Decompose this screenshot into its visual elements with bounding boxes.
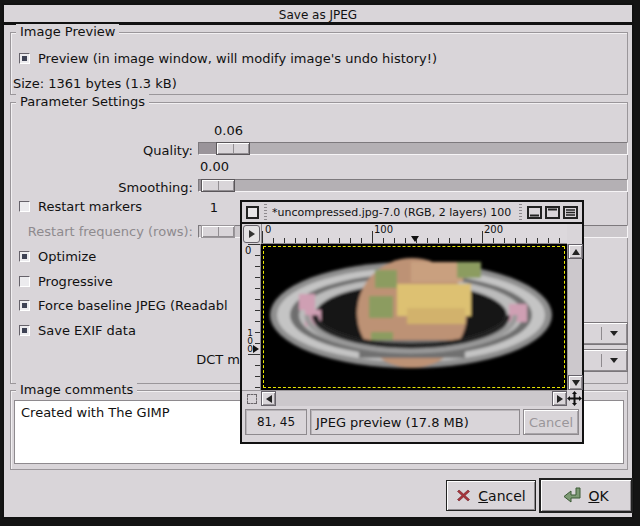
scrollbar-corner-gutter (567, 224, 582, 244)
pan-arrows-icon (567, 391, 582, 406)
cursor-position-marker-icon (253, 345, 259, 353)
window-icon (246, 206, 259, 219)
minimize-icon[interactable] (527, 206, 542, 219)
quality-slider-handle[interactable] (216, 142, 250, 155)
optimize-label[interactable]: Optimize (38, 249, 96, 264)
image-preview-frame-label: Image Preview (16, 24, 119, 39)
quality-value: 0.06 (214, 123, 243, 138)
cursor-position-marker-icon (411, 236, 419, 242)
red-x-icon (456, 488, 471, 503)
chevron-down-icon (610, 331, 618, 336)
titlebar-grip-dots (519, 204, 522, 220)
smoothing-slider[interactable] (198, 179, 628, 192)
cancel-button-label: Cancel (478, 488, 525, 504)
smoothing-label: Smoothing: (11, 180, 193, 195)
quick-mask-toggle[interactable] (242, 390, 261, 406)
vertical-scrollbar-trough[interactable] (568, 259, 582, 375)
restart-frequency-slider-handle (201, 225, 235, 238)
dialog-titlebar[interactable]: Save as JPEG (4, 5, 632, 25)
h-ruler-tick-100: 100 (374, 224, 393, 235)
quality-slider-fill (199, 143, 217, 154)
image-window: *uncompressed.jpg-7.0 (RGB, 2 layers) 10… (240, 200, 584, 444)
scroll-up-button[interactable] (568, 244, 583, 259)
image-preview-frame: Image Preview Preview (in image window, … (10, 32, 628, 95)
save-as-jpeg-dialog: Save as JPEG Image Preview Preview (in i… (2, 3, 634, 519)
image-window-title: *uncompressed.jpg-7.0 (RGB, 2 layers) 10… (272, 206, 514, 219)
force-baseline-row[interactable]: Force baseline JPEG (Readabl (19, 298, 228, 313)
horizontal-scrollbar-trough[interactable] (276, 391, 552, 406)
arrow-left-icon (266, 395, 272, 403)
arrow-down-icon (572, 380, 580, 386)
canvas-image-saturn (261, 244, 567, 390)
chevron-down-icon (610, 358, 618, 363)
maximize-icon[interactable] (545, 206, 560, 219)
preview-checkbox[interactable] (19, 53, 30, 64)
window-menu-icon[interactable] (563, 206, 578, 219)
scroll-down-button[interactable] (568, 375, 583, 390)
dialog-title: Save as JPEG (279, 8, 357, 22)
quality-label: Quality: (11, 143, 193, 158)
progressive-label[interactable]: Progressive (38, 274, 113, 289)
smoothing-value: 0.00 (200, 159, 229, 174)
horizontal-ruler[interactable]: 0 100 200 (261, 224, 567, 244)
scroll-right-button[interactable] (552, 391, 567, 406)
status-message: JPEG preview (17.8 MB) (310, 409, 520, 435)
preview-checkbox-label[interactable]: Preview (in image window, will modify im… (38, 51, 437, 66)
image-window-body: 0 100 200 0 100 (242, 224, 582, 438)
dct-method-label: DCT m (110, 352, 240, 367)
v-ruler-tick-0: 0 (245, 245, 251, 256)
smoothing-slider-handle[interactable] (201, 179, 235, 192)
titlebar-grip-dots (264, 204, 267, 220)
menu-arrow-icon (249, 230, 255, 238)
canvas-menu-button[interactable] (243, 225, 260, 243)
optimize-checkbox[interactable] (19, 251, 30, 262)
quick-mask-icon (247, 394, 257, 404)
preview-cancel-button[interactable]: Cancel (523, 409, 579, 435)
horizontal-scrollbar[interactable] (261, 390, 567, 406)
restart-frequency-label: Restart frequency (rows): (11, 224, 193, 239)
arrow-up-icon (572, 249, 580, 255)
restart-frequency-spinner-value[interactable]: 1 (205, 200, 223, 215)
parameter-settings-frame-label: Parameter Settings (16, 94, 149, 109)
image-canvas[interactable] (261, 244, 567, 390)
restart-markers-label[interactable]: Restart markers (38, 199, 142, 214)
image-window-statusbar: 81, 45 JPEG preview (17.8 MB) Cancel (242, 406, 582, 438)
save-exif-label[interactable]: Save EXIF data (38, 323, 136, 338)
ok-button-label: OK (588, 488, 608, 504)
restart-markers-checkbox[interactable] (19, 201, 30, 212)
progressive-checkbox[interactable] (19, 276, 30, 287)
image-comments-frame-label: Image comments (16, 382, 137, 397)
combo-separator (601, 354, 602, 367)
vertical-scrollbar[interactable] (567, 244, 582, 390)
save-exif-checkbox[interactable] (19, 325, 30, 336)
h-ruler-tick-0: 0 (265, 224, 271, 235)
restart-markers-row[interactable]: Restart markers (19, 199, 142, 214)
ok-button[interactable]: OK (539, 478, 633, 513)
optimize-row[interactable]: Optimize (19, 249, 96, 264)
window-decorations (527, 206, 578, 219)
progressive-row[interactable]: Progressive (19, 274, 113, 289)
image-window-titlebar[interactable]: *uncompressed.jpg-7.0 (RGB, 2 layers) 10… (242, 202, 582, 224)
combo-separator (601, 327, 602, 340)
cursor-position-readout: 81, 45 (245, 409, 307, 435)
force-baseline-label[interactable]: Force baseline JPEG (Readabl (38, 298, 228, 313)
pan-view-button[interactable] (567, 390, 582, 406)
cancel-button[interactable]: Cancel (446, 480, 536, 511)
scroll-left-button[interactable] (261, 391, 276, 406)
green-enter-arrow-icon (563, 487, 581, 504)
comment-text: Created with The GIMP (21, 405, 170, 420)
force-baseline-checkbox[interactable] (19, 300, 30, 311)
screen: Save as JPEG Image Preview Preview (in i… (0, 0, 640, 526)
save-exif-row[interactable]: Save EXIF data (19, 323, 136, 338)
file-size-text: Size: 1361 bytes (1.3 kB) (13, 76, 177, 91)
arrow-right-icon (557, 395, 563, 403)
preview-checkbox-row[interactable]: Preview (in image window, will modify im… (19, 51, 437, 66)
quality-slider[interactable] (198, 142, 628, 155)
h-ruler-tick-200: 200 (484, 224, 503, 235)
vertical-ruler[interactable]: 0 100 (242, 244, 261, 390)
